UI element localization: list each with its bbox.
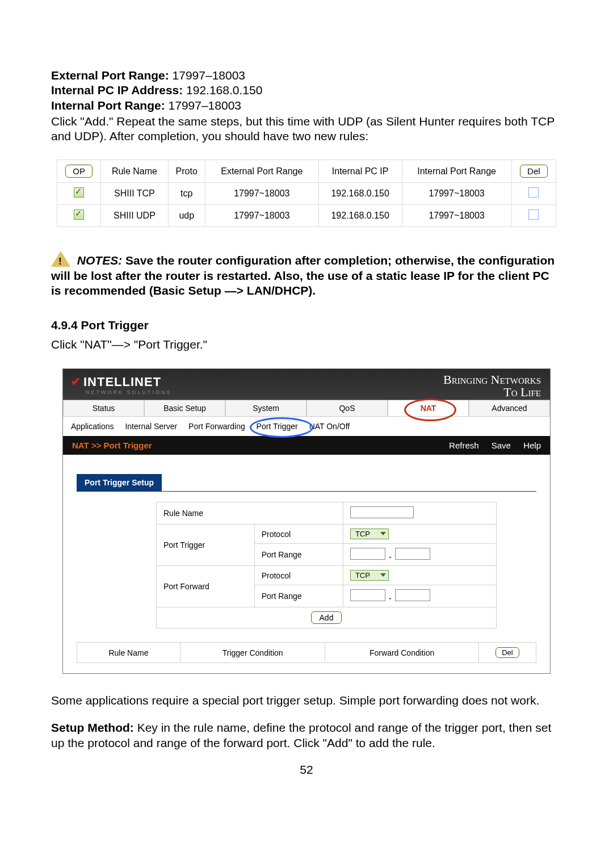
logo-check-icon [71,377,81,387]
tab-advanced[interactable]: Advanced [469,400,550,416]
rule-name-cell: SHIII TCP [101,183,168,205]
op-checkbox[interactable] [74,209,84,220]
ext-cell: 17997~18003 [205,183,318,205]
intro-instructions: Click "Add." Repeat the same steps, but … [51,114,562,144]
subnav-applications[interactable]: Applications [71,422,114,431]
form-portrange-label: Port Range [254,585,343,607]
tab-qos[interactable]: QoS [306,400,388,416]
tab-status[interactable]: Status [63,400,144,416]
col-rulename: Rule Name [101,160,168,183]
ip-label: Internal PC IP Address: [51,83,183,97]
proto-cell: udp [168,205,205,227]
trigger-protocol-select[interactable]: TCP [350,529,389,539]
logo-subtitle: NETWORK SOLUTIONS [86,389,172,395]
op-checkbox[interactable] [74,187,84,198]
form-portforward-label: Port Forward [157,566,255,607]
tab-nat[interactable]: NAT [388,400,469,416]
help-button[interactable]: Help [523,441,541,450]
rulename-input[interactable] [350,506,414,518]
trigger-range-from-input[interactable] [350,548,385,560]
main-tabs: Status Basic Setup System QoS NAT Advanc… [63,400,550,416]
section-heading: 4.9.4 Port Trigger [51,318,562,332]
rules-table: OP Rule Name Proto External Port Range I… [57,160,556,227]
form-protocol-label: Protocol [254,566,343,585]
subnav-port-trigger[interactable]: Port Trigger [257,422,298,431]
ext-port-label: External Port Range: [51,69,169,82]
setup-method-label: Setup Method: [51,721,134,734]
breadcrumb: NAT >> Port Trigger [72,441,152,450]
col-proto: Proto [168,160,205,183]
ip-value: 192.168.0.150 [183,83,262,97]
col-ip: Internal PC IP [318,160,402,183]
result-col-trigger: Trigger Condition [180,643,325,663]
notes-text: Save the router configuration after comp… [51,254,555,297]
trigger-range-to-input[interactable] [395,548,430,560]
page-number: 52 [51,763,562,777]
section-instruction: Click "NAT"—> "Port Trigger." [51,338,562,351]
save-button[interactable]: Save [492,441,511,450]
del-checkbox[interactable] [528,209,539,220]
form-porttrigger-label: Port Trigger [157,525,255,566]
tab-system[interactable]: System [225,400,306,416]
notes-label: NOTES: [77,254,122,267]
del-button[interactable]: Del [496,647,519,658]
int-port-label: Internal Port Range: [51,99,165,112]
col-ext: External Port Range [205,160,318,183]
subnav-internal-server[interactable]: Internal Server [125,422,177,431]
after-router-p1: Some applications require a special port… [51,693,562,708]
add-button[interactable]: Add [311,611,342,624]
ip-cell: 192.168.0.150 [318,183,402,205]
form-rulename-label: Rule Name [157,502,343,525]
proto-cell: tcp [168,183,205,205]
panel-title: Port Trigger Setup [77,474,162,491]
form-protocol-label: Protocol [254,525,343,544]
op-header-button[interactable]: OP [65,165,93,178]
subnav: Applications Internal Server Port Forwar… [63,416,550,436]
subnav-nat-onoff[interactable]: NAT On/Off [309,422,350,431]
tab-basic-setup[interactable]: Basic Setup [144,400,225,416]
slogan: Bringing NetworksTo Life [443,374,541,399]
table-row: SHIII TCP tcp 17997~18003 192.168.0.150 … [57,183,556,205]
int-cell: 17997~18003 [402,183,511,205]
del-header-button[interactable]: Del [520,165,548,178]
warning-icon [51,251,70,267]
col-int: Internal Port Range [402,160,511,183]
rule-name-cell: SHIII UDP [101,205,168,227]
result-col-rulename: Rule Name [77,643,180,663]
del-checkbox[interactable] [528,187,539,198]
intro-block: External Port Range: 17997–18003 Interna… [51,68,562,144]
subnav-port-forwarding[interactable]: Port Forwarding [188,422,245,431]
router-screenshot: INTELLINET NETWORK SOLUTIONS Bringing Ne… [62,368,551,674]
ext-port-value: 17997–18003 [169,69,245,82]
ip-cell: 192.168.0.150 [318,205,402,227]
int-port-value: 17997–18003 [165,99,241,112]
forward-range-from-input[interactable] [350,589,385,601]
table-row: SHIII UDP udp 17997~18003 192.168.0.150 … [57,205,556,227]
int-cell: 17997~18003 [402,205,511,227]
refresh-button[interactable]: Refresh [449,441,479,450]
notes-block: NOTES: Save the router configuration aft… [51,251,562,298]
ext-cell: 17997~18003 [205,205,318,227]
result-col-forward: Forward Condition [325,643,479,663]
logo: INTELLINET [71,375,161,389]
forward-range-to-input[interactable] [395,589,430,601]
form-portrange-label: Port Range [254,544,343,566]
forward-protocol-select[interactable]: TCP [350,570,389,581]
